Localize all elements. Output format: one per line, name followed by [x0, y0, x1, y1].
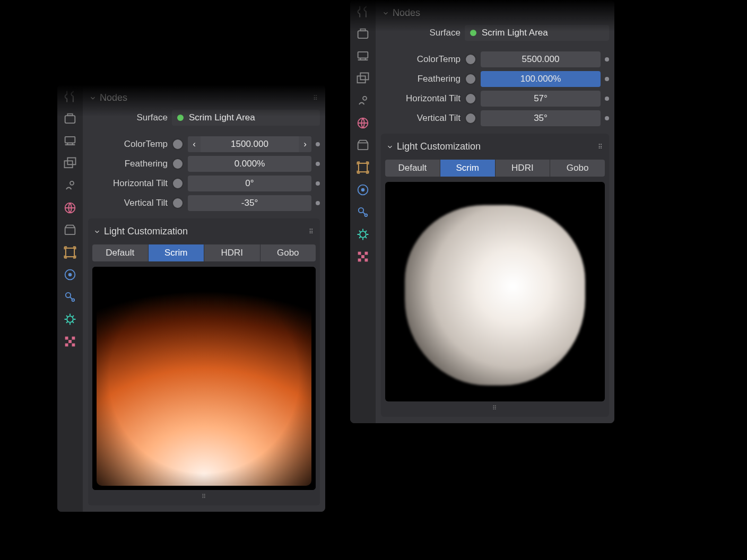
tab-default[interactable]: Default — [385, 160, 440, 177]
vtilt-value: 35° — [534, 113, 548, 124]
colortemp-field[interactable]: ‹ 1500.000 › — [188, 136, 311, 152]
socket-icon[interactable] — [172, 138, 184, 150]
world-icon[interactable] — [63, 200, 77, 215]
anim-dot-icon[interactable] — [316, 181, 320, 186]
physics-icon[interactable] — [63, 290, 77, 304]
viewlayer-icon[interactable] — [355, 71, 370, 86]
svg-rect-16 — [65, 344, 68, 347]
material-icon[interactable] — [63, 334, 77, 349]
svg-rect-21 — [358, 52, 368, 58]
anim-dot-icon[interactable] — [316, 201, 320, 205]
svg-rect-27 — [359, 163, 367, 172]
htilt-value: 57° — [534, 93, 548, 104]
htilt-row: Horizontal Tilt 57° — [381, 91, 609, 107]
output-icon[interactable] — [355, 49, 370, 64]
custom-header[interactable]: Light Customization ⠿ — [385, 138, 605, 155]
vtilt-field[interactable]: 35° — [481, 110, 601, 126]
render-icon[interactable] — [63, 111, 77, 126]
colortemp-value: 5500.000 — [522, 54, 560, 65]
svg-rect-2 — [65, 137, 75, 143]
socket-icon[interactable] — [172, 178, 184, 189]
node-dot-icon — [470, 30, 476, 36]
physics-icon[interactable] — [355, 205, 370, 220]
nodes-header[interactable]: Nodes — [381, 4, 609, 22]
socket-icon[interactable] — [465, 112, 476, 124]
drag-handle-icon[interactable]: ⠿ — [313, 94, 319, 102]
anim-dot-icon[interactable] — [605, 116, 609, 120]
feathering-row: Feathering 100.000% — [381, 71, 609, 87]
socket-icon[interactable] — [172, 158, 184, 170]
properties-tab-bar — [57, 85, 83, 512]
svg-rect-1 — [67, 114, 72, 116]
anim-dot-icon[interactable] — [316, 142, 320, 146]
tool-icon[interactable] — [355, 4, 370, 19]
resize-handle-icon[interactable]: ⠿ — [385, 405, 605, 412]
constraints-icon[interactable] — [63, 267, 77, 282]
chevron-down-icon — [382, 10, 389, 17]
anim-dot-icon[interactable] — [605, 77, 609, 81]
increment-icon[interactable]: › — [299, 136, 311, 152]
custom-title: Light Customization — [397, 141, 481, 152]
socket-icon[interactable] — [465, 73, 476, 85]
render-icon[interactable] — [355, 27, 370, 41]
tab-hdri[interactable]: HDRI — [204, 244, 260, 261]
anim-dot-icon[interactable] — [605, 57, 609, 62]
svg-point-13 — [67, 316, 73, 322]
htilt-value: 0° — [245, 178, 254, 189]
tab-scrim[interactable]: Scrim — [440, 160, 496, 177]
feathering-value: 100.000% — [520, 74, 561, 84]
tool-icon[interactable] — [63, 89, 77, 104]
htilt-row: Horizontal Tilt 0° — [88, 176, 320, 191]
surface-field[interactable]: Scrim Light Area — [172, 110, 320, 126]
socket-icon[interactable] — [465, 54, 476, 65]
drag-handle-icon[interactable]: ⠿ — [598, 143, 604, 151]
collection-icon[interactable] — [63, 223, 77, 238]
collection-icon[interactable] — [355, 138, 370, 153]
custom-header[interactable]: Light Customization ⠿ — [92, 223, 316, 240]
svg-rect-19 — [358, 31, 368, 38]
colortemp-field[interactable]: 5500.000 — [481, 51, 601, 67]
htilt-field[interactable]: 0° — [188, 176, 311, 191]
tab-hdri[interactable]: HDRI — [496, 160, 551, 177]
svg-rect-26 — [358, 143, 368, 150]
feathering-field[interactable]: 0.000% — [188, 156, 311, 172]
nodes-header[interactable]: Nodes ⠿ — [88, 89, 320, 107]
anim-dot-icon[interactable] — [605, 97, 609, 101]
vtilt-value: -35° — [241, 198, 258, 208]
material-icon[interactable] — [355, 249, 370, 264]
data-icon[interactable] — [63, 312, 77, 327]
scene-icon[interactable] — [355, 93, 370, 108]
object-icon[interactable] — [63, 245, 77, 260]
chevron-down-icon — [93, 228, 101, 235]
svg-point-30 — [359, 208, 363, 213]
vtilt-row: Vertical Tilt 35° — [381, 110, 609, 126]
constraints-icon[interactable] — [355, 182, 370, 197]
data-icon[interactable] — [355, 227, 370, 242]
tab-gobo[interactable]: Gobo — [550, 160, 605, 177]
world-icon[interactable] — [355, 116, 370, 130]
tab-default[interactable]: Default — [92, 244, 149, 261]
socket-icon[interactable] — [172, 197, 184, 209]
colortemp-value: 1500.000 — [231, 139, 268, 150]
scene-icon[interactable] — [63, 178, 77, 193]
output-icon[interactable] — [63, 134, 77, 148]
socket-icon[interactable] — [465, 93, 476, 104]
drag-handle-icon[interactable]: ⠿ — [309, 228, 315, 235]
object-icon[interactable] — [355, 160, 370, 175]
vtilt-field[interactable]: -35° — [188, 195, 311, 211]
vtilt-label: Vertical Tilt — [381, 113, 461, 124]
surface-field[interactable]: Scrim Light Area — [465, 25, 609, 41]
feathering-field[interactable]: 100.000% — [481, 71, 601, 87]
feathering-label: Feathering — [88, 159, 168, 169]
anim-dot-icon[interactable] — [316, 162, 320, 166]
decrement-icon[interactable]: ‹ — [188, 136, 201, 152]
htilt-field[interactable]: 57° — [481, 91, 601, 107]
viewlayer-icon[interactable] — [63, 156, 77, 171]
tab-gobo[interactable]: Gobo — [260, 244, 316, 261]
feathering-value: 0.000% — [234, 159, 265, 169]
svg-rect-36 — [365, 259, 368, 262]
resize-handle-icon[interactable]: ⠿ — [92, 493, 316, 500]
light-preview — [92, 267, 316, 490]
surface-label: Surface — [381, 28, 461, 38]
tab-scrim[interactable]: Scrim — [149, 244, 205, 261]
